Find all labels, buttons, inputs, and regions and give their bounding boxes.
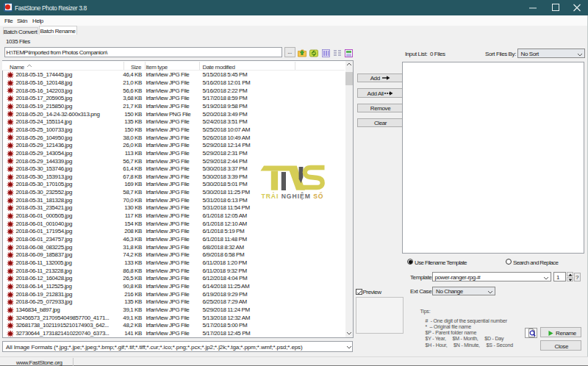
svg-text:TRẢI NGHIỆM SỐ: TRẢI NGHIỆM SỐ	[262, 192, 324, 200]
